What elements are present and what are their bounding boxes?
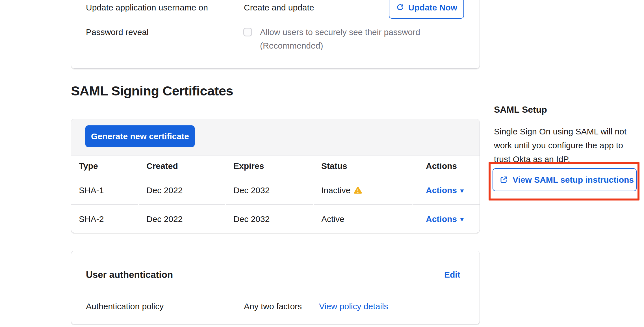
username-update-value: Create and update bbox=[244, 3, 314, 13]
certificates-card: Generate new certificate Type Created Ex… bbox=[71, 119, 480, 233]
certificates-table: Type Created Expires Status Actions SHA-… bbox=[71, 156, 480, 233]
status-text: Active bbox=[321, 214, 344, 224]
actions-label: Actions bbox=[426, 186, 457, 195]
cert-expires: Dec 2032 bbox=[226, 205, 313, 233]
table-row: SHA-2 Dec 2022 Dec 2032 Active Actions ▾ bbox=[71, 205, 480, 233]
header-created: Created bbox=[139, 156, 225, 176]
actions-dropdown[interactable]: Actions ▾ bbox=[426, 214, 464, 224]
table-header-row: Type Created Expires Status Actions bbox=[71, 156, 480, 176]
description-line: Single Sign On using SAML will not bbox=[494, 125, 626, 138]
view-policy-details-link[interactable]: View policy details bbox=[319, 301, 388, 311]
saml-setup-title: SAML Setup bbox=[494, 104, 547, 115]
cert-created: Dec 2022 bbox=[139, 176, 225, 205]
password-reveal-label: Password reveal bbox=[86, 27, 149, 37]
cert-status: Active bbox=[314, 205, 412, 233]
password-reveal-checkbox-sublabel: (Recommended) bbox=[260, 41, 323, 51]
cert-actions-cell: Actions ▾ bbox=[413, 176, 480, 205]
view-saml-setup-instructions-label: View SAML setup instructions bbox=[513, 175, 634, 185]
edit-link[interactable]: Edit bbox=[444, 270, 460, 280]
user-authentication-card: User authentication Edit Authentication … bbox=[71, 251, 480, 324]
status-text: Inactive bbox=[321, 186, 350, 195]
saml-setup-description: Single Sign On using SAML will not work … bbox=[494, 125, 626, 166]
authentication-policy-label: Authentication policy bbox=[86, 301, 164, 311]
actions-label: Actions bbox=[426, 214, 457, 224]
generate-certificate-button[interactable]: Generate new certificate bbox=[85, 125, 195, 147]
cert-created: Dec 2022 bbox=[139, 205, 225, 233]
cert-status: Inactive bbox=[314, 176, 412, 205]
chevron-down-icon: ▾ bbox=[460, 188, 464, 194]
update-now-label: Update Now bbox=[408, 3, 457, 12]
chevron-down-icon: ▾ bbox=[460, 216, 464, 223]
header-expires: Expires bbox=[226, 156, 313, 176]
cert-type: SHA-2 bbox=[71, 205, 138, 233]
password-reveal-checkbox[interactable] bbox=[243, 28, 252, 36]
warning-icon bbox=[354, 187, 362, 194]
refresh-icon bbox=[396, 3, 404, 12]
username-update-label: Update application username on bbox=[86, 3, 208, 13]
cert-actions-cell: Actions ▾ bbox=[413, 205, 480, 233]
header-actions: Actions bbox=[413, 156, 480, 176]
user-authentication-title: User authentication bbox=[86, 269, 173, 280]
authentication-policy-value: Any two factors bbox=[244, 301, 302, 311]
description-line: work until you configure the app to bbox=[494, 138, 626, 152]
cert-expires: Dec 2032 bbox=[226, 176, 313, 205]
header-status: Status bbox=[314, 156, 412, 176]
update-now-button[interactable]: Update Now bbox=[389, 0, 464, 19]
page: Update application username on Create an… bbox=[0, 0, 644, 327]
cert-type: SHA-1 bbox=[71, 176, 138, 205]
app-settings-card: Update application username on Create an… bbox=[71, 0, 480, 69]
header-type: Type bbox=[71, 156, 138, 176]
table-row: SHA-1 Dec 2022 Dec 2032 Inactive bbox=[71, 176, 480, 205]
page-title: SAML Signing Certificates bbox=[71, 83, 233, 99]
external-link-icon bbox=[499, 175, 508, 184]
certificates-toolbar: Generate new certificate bbox=[71, 119, 480, 156]
actions-dropdown[interactable]: Actions ▾ bbox=[426, 186, 464, 195]
password-reveal-checkbox-label: Allow users to securely see their passwo… bbox=[260, 27, 420, 37]
view-saml-setup-instructions-button[interactable]: View SAML setup instructions bbox=[493, 168, 637, 191]
